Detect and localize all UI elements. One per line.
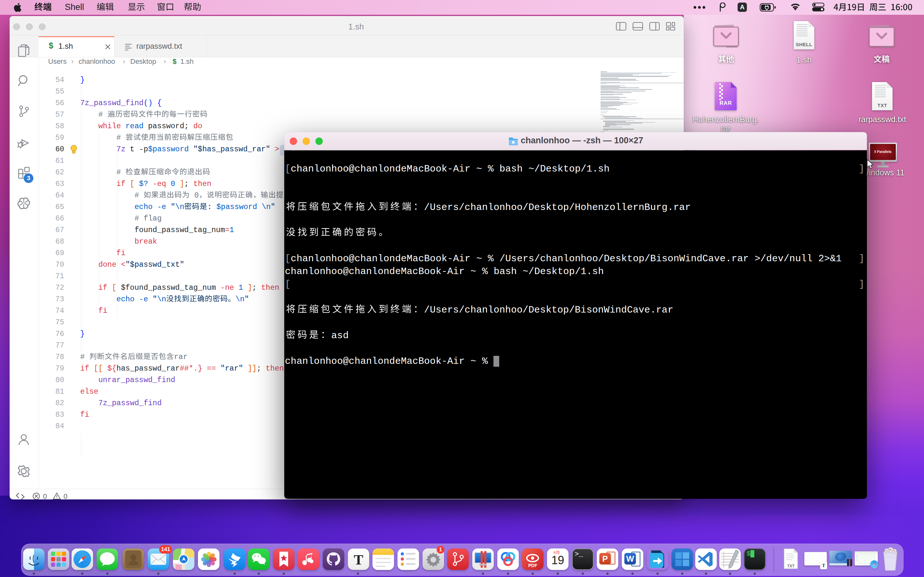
- svg-text:TXT: TXT: [787, 564, 795, 568]
